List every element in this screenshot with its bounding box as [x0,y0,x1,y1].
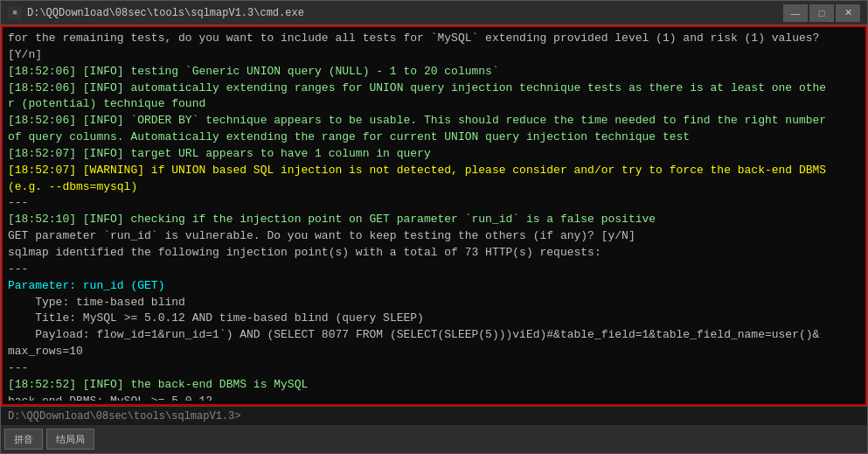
terminal-line: Type: time-based blind [8,295,860,311]
terminal-line: back-end DBMS: MySQL >= 5.0.12 [8,394,860,401]
taskbar: 拼音 结局局 [1,425,867,453]
terminal-line: [18:52:06] [INFO] testing `Generic UNION… [8,64,860,80]
terminal-line: of query columns. Automatically extendin… [8,129,860,146]
terminal-line: GET parameter `run_id` is vulnerable. Do… [8,228,860,245]
prompt-path: D:\QQDownload\08sec\tools\sqlmapV1.3> [8,410,240,423]
cmd-window: ■ D:\QQDownload\08sec\tools\sqlmapV1.3\c… [0,0,868,454]
terminal-line: [18:52:10] [INFO] checking if the inject… [8,212,860,228]
terminal-line: [18:52:07] [INFO] target URL appears to … [8,146,860,163]
terminal-line: [18:52:06] [INFO] `ORDER BY` technique a… [8,113,860,129]
terminal-line: sqlmap identified the following injectio… [8,245,860,262]
terminal-line: r (potential) technique found [8,96,860,113]
close-button[interactable]: ✕ [836,4,860,22]
status-bar: D:\QQDownload\08sec\tools\sqlmapV1.3> [1,406,867,425]
title-bar: ■ D:\QQDownload\08sec\tools\sqlmapV1.3\c… [1,1,867,25]
terminal-line: max_rows=10 [8,344,860,360]
window-icon: ■ [8,6,22,20]
terminal-line: Title: MySQL >= 5.0.12 AND time-based bl… [8,311,860,327]
terminal-content: for the remaining tests, do you want to … [8,31,860,401]
terminal-line: for the remaining tests, do you want to … [8,31,860,47]
terminal-line: --- [8,262,860,278]
taskbar-btn-2[interactable]: 结局局 [46,429,94,450]
terminal-line: Parameter: run_id (GET) [8,278,860,295]
window-title: D:\QQDownload\08sec\tools\sqlmapV1.3\cmd… [27,7,304,19]
terminal-line: Payload: flow_id=1&run_id=1`) AND (SELEC… [8,327,860,344]
terminal-line: [18:52:07] [WARNING] if UNION based SQL … [8,163,860,179]
title-bar-left: ■ D:\QQDownload\08sec\tools\sqlmapV1.3\c… [8,6,304,20]
terminal-line: --- [8,195,860,212]
taskbar-btn-1[interactable]: 拼音 [4,429,43,450]
title-controls: — □ ✕ [783,4,860,22]
terminal-line: --- [8,360,860,377]
minimize-button[interactable]: — [783,4,808,22]
terminal-line: (e.g. --dbms=mysql) [8,179,860,196]
terminal-line: [18:52:06] [INFO] automatically extendin… [8,80,860,97]
terminal-line: [18:52:52] [INFO] the back-end DBMS is M… [8,377,860,394]
terminal-line: [Y/n] [8,47,860,64]
terminal-output: for the remaining tests, do you want to … [1,25,867,406]
maximize-button[interactable]: □ [809,4,834,22]
